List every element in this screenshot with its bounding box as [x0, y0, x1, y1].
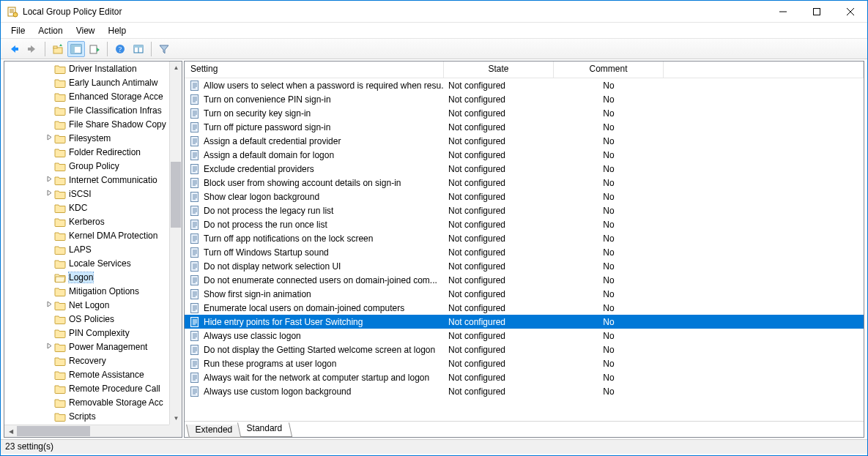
list-row[interactable]: Turn off Windows Startup soundNot config… — [185, 245, 864, 259]
list-row[interactable]: Show first sign-in animationNot configur… — [185, 287, 864, 301]
list-row[interactable]: Do not display the Getting Started welco… — [185, 343, 864, 356]
menu-file[interactable]: File — [5, 24, 31, 37]
tree-item[interactable]: Logon — [4, 270, 182, 284]
tree-item[interactable]: Net Logon — [4, 298, 182, 312]
svg-rect-24 — [134, 45, 143, 48]
list-row[interactable]: Do not process the run once listNot conf… — [185, 217, 864, 231]
list-row[interactable]: Block user from showing account details … — [185, 176, 864, 190]
column-header-comment[interactable]: Comment — [554, 61, 664, 78]
scrollbar-corner — [169, 425, 182, 437]
tree-item[interactable]: Scripts — [4, 409, 182, 423]
list-row[interactable]: Always use custom logon backgroundNot co… — [185, 384, 864, 398]
list-row[interactable]: Turn off app notifications on the lock s… — [185, 231, 864, 245]
list-row[interactable]: Hide entry points for Fast User Switchin… — [185, 315, 864, 329]
tree-item[interactable]: Mitigation Options — [4, 284, 182, 298]
tree-item[interactable]: Filesystem — [4, 131, 182, 145]
tree-vertical-scrollbar[interactable]: ▲ ▼ — [169, 61, 182, 425]
show-hide-tree-button[interactable] — [67, 41, 85, 57]
list-row[interactable]: Assign a default domain for logonNot con… — [185, 148, 864, 162]
tree-item[interactable]: Power Management — [4, 340, 182, 354]
folder-icon — [54, 161, 66, 171]
tree-item[interactable]: Enhanced Storage Acce — [4, 89, 182, 103]
setting-comment: No — [554, 261, 664, 272]
setting-name: Always use classic logon — [204, 331, 301, 341]
menu-action[interactable]: Action — [32, 24, 68, 37]
tree-item[interactable]: Early Launch Antimalw — [4, 75, 182, 89]
expander-icon[interactable] — [44, 190, 54, 198]
column-header-state[interactable]: State — [444, 61, 554, 78]
scroll-thumb[interactable] — [17, 426, 90, 436]
forward-button[interactable] — [23, 41, 41, 57]
tree-item[interactable]: Kerberos — [4, 214, 182, 228]
tree-item[interactable]: Removable Storage Acc — [4, 395, 182, 409]
expander-icon[interactable] — [44, 134, 54, 142]
minimize-button[interactable] — [766, 1, 800, 23]
list-row[interactable]: Exclude credential providersNot configur… — [185, 162, 864, 176]
tree-item[interactable]: PIN Complexity — [4, 326, 182, 340]
menu-help[interactable]: Help — [103, 24, 133, 37]
folder-icon — [54, 258, 66, 269]
tree-item-label: Scripts — [69, 411, 96, 422]
list-row[interactable]: Allow users to select when a password is… — [185, 78, 864, 92]
tab-extended[interactable]: Extended — [186, 425, 242, 438]
list-row[interactable]: Do not process the legacy run listNot co… — [185, 203, 864, 217]
up-level-button[interactable] — [49, 41, 67, 57]
expander-icon[interactable] — [44, 343, 54, 351]
export-list-button[interactable] — [86, 41, 103, 57]
tree-item[interactable]: Kernel DMA Protection — [4, 228, 182, 242]
tree-item[interactable]: File Classification Infras — [4, 103, 182, 117]
scroll-left-button[interactable]: ◀ — [4, 425, 17, 438]
list-row[interactable]: Show clear logon backgroundNot configure… — [185, 190, 864, 203]
maximize-button[interactable] — [800, 1, 834, 23]
list-row[interactable]: Assign a default credential providerNot … — [185, 134, 864, 148]
tree-item[interactable]: Locale Services — [4, 256, 182, 270]
list-row[interactable]: Do not display network selection UINot c… — [185, 259, 864, 273]
properties-button[interactable] — [130, 41, 147, 57]
list-row[interactable]: Turn off picture password sign-inNot con… — [185, 120, 864, 134]
tree-item[interactable]: Group Policy — [4, 159, 182, 173]
column-header-extra[interactable] — [664, 61, 864, 78]
tree-item[interactable]: File Share Shadow Copy — [4, 117, 182, 131]
expander-icon[interactable] — [44, 301, 54, 309]
tree-item[interactable]: KDC — [4, 201, 182, 214]
tree-item[interactable]: Folder Redirection — [4, 145, 182, 159]
tree-item[interactable]: Remote Assistance — [4, 367, 182, 381]
tree-item[interactable]: iSCSI — [4, 187, 182, 201]
menu-view[interactable]: View — [70, 24, 101, 37]
list-row[interactable]: Always wait for the network at computer … — [185, 370, 864, 384]
setting-state: Not configured — [444, 386, 554, 397]
policy-icon — [189, 94, 201, 105]
list-row[interactable]: Enumerate local users on domain-joined c… — [185, 301, 864, 315]
scroll-thumb[interactable] — [171, 162, 181, 228]
help-button[interactable]: ? — [111, 41, 129, 57]
expander-icon[interactable] — [44, 176, 54, 184]
list-body[interactable]: Allow users to select when a password is… — [185, 78, 864, 421]
tree-item[interactable]: Remote Procedure Call — [4, 381, 182, 395]
close-button[interactable] — [834, 1, 867, 23]
svg-marker-9 — [11, 45, 15, 53]
tab-standard[interactable]: Standard — [237, 422, 292, 437]
tree-item[interactable]: Recovery — [4, 354, 182, 367]
list-row[interactable]: Turn on convenience PIN sign-inNot confi… — [185, 92, 864, 106]
back-button[interactable] — [5, 41, 23, 57]
tree-item[interactable]: Internet Communicatio — [4, 173, 182, 187]
list-row[interactable]: Run these programs at user logonNot conf… — [185, 356, 864, 370]
svg-rect-58 — [191, 150, 199, 160]
scroll-down-button[interactable]: ▼ — [170, 412, 182, 425]
list-row[interactable]: Always use classic logonNot configuredNo — [185, 329, 864, 343]
tree[interactable]: Driver InstallationEarly Launch Antimalw… — [4, 61, 182, 437]
folder-icon — [54, 78, 66, 88]
tree-item[interactable]: LAPS — [4, 242, 182, 256]
tree-horizontal-scrollbar[interactable]: ◀ ▶ — [4, 425, 182, 437]
svg-rect-83 — [191, 220, 199, 229]
setting-name: Block user from showing account details … — [204, 178, 401, 188]
tree-item[interactable]: OS Policies — [4, 312, 182, 326]
policy-icon — [189, 344, 201, 356]
column-header-setting[interactable]: Setting — [185, 61, 444, 78]
tree-item[interactable]: Driver Installation — [4, 61, 182, 75]
list-row[interactable]: Do not enumerate connected users on doma… — [185, 273, 864, 287]
list-row[interactable]: Turn on security key sign-inNot configur… — [185, 106, 864, 120]
setting-state: Not configured — [444, 220, 554, 230]
scroll-up-button[interactable]: ▲ — [170, 61, 182, 74]
filter-button[interactable] — [155, 41, 173, 57]
